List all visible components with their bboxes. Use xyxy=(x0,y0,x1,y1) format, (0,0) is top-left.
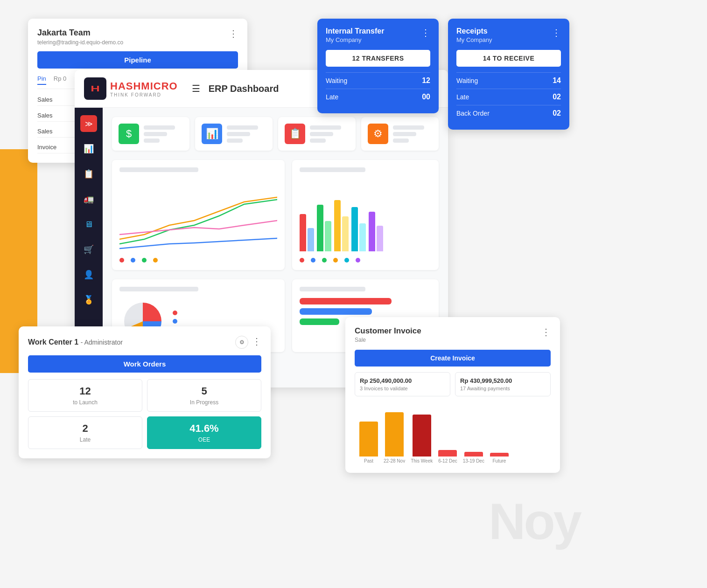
wc-stat-launch: 12 to Launch xyxy=(28,379,142,412)
wc-stat-num: 5 xyxy=(153,385,255,397)
inv-bar-group-13dec: 13-19 Dec xyxy=(463,452,484,463)
receipts-stat-label: Back Order xyxy=(456,110,490,117)
inv-bar-group-thisweek: This Week xyxy=(411,415,433,463)
wc-stat-oee: 41.6% OEE xyxy=(147,416,261,449)
metric-line xyxy=(310,138,326,143)
workcenter-title-area: Work Center 1 - Administrator xyxy=(28,338,123,346)
inv-bar xyxy=(385,412,404,457)
bar-group xyxy=(334,200,349,251)
bar xyxy=(377,226,383,251)
list-item-label: Invoice xyxy=(37,144,56,151)
transfer-stat-label: Late xyxy=(326,93,338,101)
metric-line xyxy=(144,138,160,143)
transfer-stat-late: Late 00 xyxy=(326,89,430,105)
inv-bar xyxy=(464,452,483,457)
logo-subtitle: THINK FORWARD xyxy=(110,92,178,97)
metric-line xyxy=(227,132,250,136)
bar-chart-card xyxy=(292,160,439,270)
legend-item xyxy=(131,258,135,263)
invoice-amount-awaiting: Rp 430,999,520.00 17 Awaiting payments xyxy=(455,372,551,396)
transfer-subtitle: My Company xyxy=(326,36,384,43)
inv-bar-group-past: Past xyxy=(359,422,378,463)
bar-chart-legend xyxy=(300,258,431,263)
bar xyxy=(308,228,314,251)
wc-stat-oee-value: 41.6% xyxy=(153,422,255,435)
inv-bar-group-22nov: 22-28 Nov xyxy=(384,412,405,463)
receipts-stat-label: Waiting xyxy=(456,77,478,84)
bar xyxy=(359,223,366,251)
sidebar-icon-expand[interactable]: ≫ xyxy=(80,115,97,132)
metric-card-red: 📋 xyxy=(278,117,356,151)
inv-bar-group-6dec: 6-12 Dec xyxy=(438,450,457,463)
legend-dot xyxy=(153,258,158,263)
metric-line xyxy=(393,125,424,130)
invoice-amounts: Rp 250,490,000.00 3 Invoices to validate… xyxy=(355,372,551,396)
workcenter-settings-icon[interactable]: ⚙ xyxy=(235,336,248,349)
invoice-amount-num: Rp 430,999,520.00 xyxy=(460,377,546,384)
legend-dot xyxy=(344,258,349,263)
inv-bar xyxy=(359,422,378,457)
create-invoice-button[interactable]: Create Invoice xyxy=(355,350,551,367)
metric-lines xyxy=(227,125,266,143)
invoice-amount-validate: Rp 250,490,000.00 3 Invoices to validate xyxy=(355,372,450,396)
metric-icon-dollar: $ xyxy=(119,124,139,144)
bar xyxy=(317,205,323,251)
jakarta-card-header: Jakarta Team telering@trading-id.equio-d… xyxy=(37,28,238,46)
inv-bar-label: Future xyxy=(492,458,506,463)
transfer-menu-dots[interactable]: ⋮ xyxy=(421,27,430,38)
hashmicro-logo-icon xyxy=(84,77,106,100)
jakarta-menu-dots[interactable]: ⋮ xyxy=(229,28,238,39)
legend-dot xyxy=(333,258,338,263)
sidebar-icon-cart[interactable]: 🛒 xyxy=(80,241,97,258)
line-chart-card xyxy=(112,160,285,270)
hamburger-icon[interactable]: ☰ xyxy=(192,83,200,94)
receipts-menu-dots[interactable]: ⋮ xyxy=(552,27,561,38)
sidebar-icon-monitor[interactable]: 🖥 xyxy=(80,216,97,233)
inv-bar-label: This Week xyxy=(411,458,433,463)
transfers-button[interactable]: 12 TRANSFERS xyxy=(326,50,430,67)
invoice-subtitle: Sale xyxy=(355,337,421,343)
metric-line xyxy=(227,138,243,143)
workcenter-icons: ⚙ ⋮ xyxy=(235,336,261,349)
metric-icon-list: 📋 xyxy=(285,124,305,144)
receipts-stat-backorder: Back Order 02 xyxy=(456,105,561,121)
erp-logo: HASHMICRO THINK FORWARD xyxy=(84,77,178,100)
list-item-label: Sales xyxy=(37,128,53,135)
internal-transfer-card: Internal Transfer My Company ⋮ 12 TRANSF… xyxy=(317,19,439,113)
charts-row xyxy=(112,160,439,270)
tab-rp[interactable]: Rp 0 xyxy=(54,75,66,85)
work-orders-button[interactable]: Work Orders xyxy=(28,355,261,373)
receive-button[interactable]: 14 TO RECEIVE xyxy=(456,50,561,67)
sidebar-icon-truck[interactable]: 🚛 xyxy=(80,191,97,208)
customer-invoice-card: Customer Invoice Sale ⋮ Create Invoice R… xyxy=(345,317,560,473)
receipts-subtitle: My Company xyxy=(456,36,492,43)
wc-stat-label: Late xyxy=(34,436,136,443)
legend-item xyxy=(356,258,360,263)
inv-bar-label: 22-28 Nov xyxy=(384,458,405,463)
wc-stat-label: In Progress xyxy=(153,399,255,406)
inv-bar-label: 13-19 Dec xyxy=(463,458,484,463)
legend-item xyxy=(153,258,158,263)
legend-dot xyxy=(311,258,315,263)
receipts-card: Receipts My Company ⋮ 14 TO RECEIVE Wait… xyxy=(448,19,569,130)
tab-pin[interactable]: Pin xyxy=(37,75,46,85)
pipeline-button[interactable]: Pipeline xyxy=(37,51,238,69)
list-item-label: Sales xyxy=(37,112,53,119)
sidebar-icon-chart[interactable]: 📊 xyxy=(80,140,97,157)
legend-item xyxy=(142,258,147,263)
sidebar-icon-list[interactable]: 📋 xyxy=(80,166,97,182)
metric-icon-chart: 📊 xyxy=(202,124,222,144)
wc-stat-progress: 5 In Progress xyxy=(147,379,261,412)
workcenter-menu-dots[interactable]: ⋮ xyxy=(252,336,261,349)
sidebar-icon-user[interactable]: 👤 xyxy=(80,266,97,283)
hashmicro-logo-text: HASHMICRO THINK FORWARD xyxy=(110,80,178,97)
sidebar-icon-award[interactable]: 🏅 xyxy=(80,291,97,308)
workcenter-title: Work Center 1 xyxy=(28,338,78,346)
invoice-amount-label: 3 Invoices to validate xyxy=(360,386,445,391)
logo-hashmicro: HASHMICRO xyxy=(110,80,178,92)
inv-bar-label: Past xyxy=(364,458,373,463)
invoice-menu-dots[interactable]: ⋮ xyxy=(541,326,551,338)
transfer-stat-label: Waiting xyxy=(326,77,347,84)
metric-card-sales: $ xyxy=(112,117,189,151)
bar xyxy=(325,221,331,251)
